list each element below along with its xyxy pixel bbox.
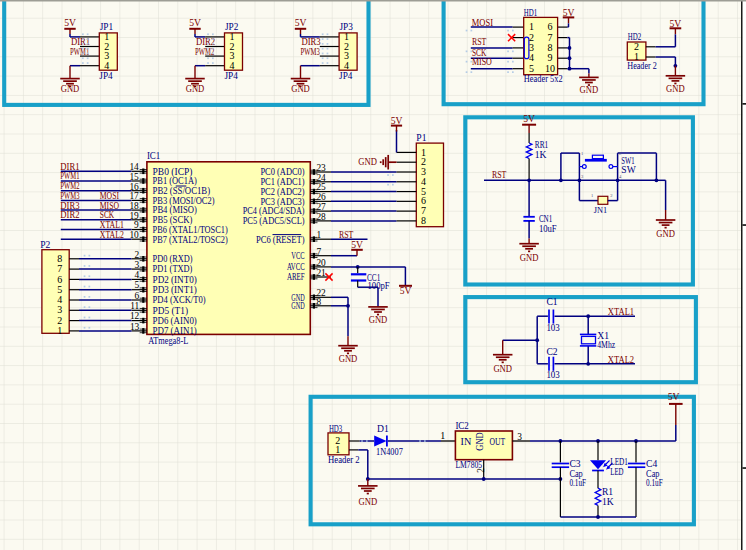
svg-text:MISO: MISO	[472, 56, 492, 67]
svg-text:6: 6	[135, 291, 140, 301]
svg-text:5V: 5V	[351, 239, 363, 250]
svg-text:27: 27	[316, 202, 326, 212]
svg-text:P2: P2	[40, 239, 50, 250]
svg-text:IN: IN	[461, 436, 472, 447]
svg-text:JP2: JP2	[225, 21, 239, 32]
svg-text:PB7 (XTAL2/TOSC2): PB7 (XTAL2/TOSC2)	[153, 234, 228, 246]
svg-text:C2: C2	[546, 346, 557, 357]
svg-text:GND: GND	[186, 83, 205, 94]
svg-text:24: 24	[316, 173, 326, 183]
svg-text:GND: GND	[291, 83, 310, 94]
svg-text:4: 4	[529, 52, 534, 63]
svg-text:2: 2	[476, 468, 486, 473]
svg-text:PD7 (AIN1): PD7 (AIN1)	[153, 325, 197, 337]
svg-text:5V: 5V	[189, 17, 201, 28]
svg-text:2: 2	[135, 250, 140, 260]
svg-text:JP4: JP4	[339, 70, 353, 81]
svg-text:DIR2: DIR2	[60, 209, 79, 220]
svg-text:5V: 5V	[563, 7, 575, 18]
svg-text:4Mhz: 4Mhz	[597, 339, 615, 350]
svg-text:1: 1	[316, 230, 321, 240]
svg-text:103: 103	[546, 369, 560, 380]
svg-text:11: 11	[130, 301, 139, 311]
svg-text:JP4: JP4	[99, 70, 113, 81]
svg-text:P1: P1	[416, 132, 426, 143]
svg-text:Header 5x2: Header 5x2	[524, 73, 563, 84]
svg-text:HD3: HD3	[329, 423, 343, 434]
svg-text:1: 1	[335, 444, 340, 455]
svg-text:ATmega8-L: ATmega8-L	[148, 335, 188, 346]
svg-text:4: 4	[135, 270, 140, 280]
svg-text:XTAL2: XTAL2	[608, 354, 634, 365]
svg-text:OUT: OUT	[490, 436, 506, 447]
svg-text:Header 2: Header 2	[627, 60, 657, 71]
svg-text:23: 23	[316, 163, 326, 173]
svg-text:5: 5	[135, 280, 140, 290]
svg-text:13: 13	[130, 322, 140, 332]
svg-text:10uF: 10uF	[539, 223, 557, 234]
svg-text:20: 20	[316, 258, 326, 268]
svg-text:25: 25	[316, 182, 326, 192]
svg-text:0.1uF: 0.1uF	[569, 477, 586, 488]
svg-text:1N4007: 1N4007	[376, 446, 403, 457]
svg-text:GND: GND	[359, 496, 378, 507]
svg-text:5V: 5V	[523, 113, 535, 124]
svg-text:8: 8	[316, 297, 321, 307]
svg-text:AREF: AREF	[287, 271, 305, 282]
svg-text:GND: GND	[61, 83, 80, 94]
svg-text:D1: D1	[377, 423, 389, 434]
svg-text:XTAL1: XTAL1	[608, 306, 634, 317]
svg-text:JP3: JP3	[340, 21, 354, 32]
svg-text:GND: GND	[666, 83, 685, 94]
svg-text:28: 28	[316, 212, 326, 222]
svg-text:103: 103	[546, 322, 560, 333]
svg-text:6: 6	[548, 21, 553, 32]
svg-text:GND: GND	[339, 353, 358, 364]
svg-text:1K: 1K	[602, 496, 614, 507]
svg-text:GND: GND	[369, 314, 388, 325]
svg-text:C1: C1	[546, 296, 557, 307]
svg-text:IC1: IC1	[147, 150, 161, 161]
svg-text:5V: 5V	[670, 18, 682, 29]
svg-text:RST: RST	[492, 169, 506, 180]
svg-text:GND: GND	[580, 84, 599, 95]
svg-text:5V: 5V	[668, 391, 680, 402]
svg-text:9: 9	[134, 220, 139, 230]
svg-text:PC6 (RESET): PC6 (RESET)	[256, 234, 305, 246]
svg-text:5V: 5V	[400, 285, 412, 296]
svg-text:GND: GND	[358, 156, 377, 167]
svg-text:21: 21	[316, 268, 326, 278]
svg-text:26: 26	[316, 192, 326, 202]
svg-text:0.1uF: 0.1uF	[646, 477, 663, 488]
svg-text:PC5 (ADC5/SCL): PC5 (ADC5/SCL)	[243, 215, 305, 227]
svg-text:PWM3: PWM3	[301, 46, 320, 57]
svg-text:XTAL2: XTAL2	[100, 229, 124, 240]
svg-text:12: 12	[130, 311, 140, 321]
svg-text:5V: 5V	[64, 17, 76, 28]
svg-text:PWM2: PWM2	[195, 46, 214, 57]
svg-text:GND: GND	[493, 363, 512, 374]
svg-text:1: 1	[440, 430, 445, 441]
svg-text:3: 3	[517, 432, 522, 442]
svg-text:VCC: VCC	[291, 250, 304, 261]
svg-text:GND: GND	[520, 252, 539, 263]
svg-text:JN1: JN1	[594, 205, 608, 215]
svg-text:7: 7	[316, 247, 321, 257]
svg-text:HD2: HD2	[628, 31, 642, 42]
svg-text:JP1: JP1	[100, 21, 114, 32]
svg-text:5V: 5V	[391, 115, 403, 126]
svg-text:Header 2: Header 2	[328, 454, 360, 465]
svg-text:JP4: JP4	[225, 70, 239, 81]
svg-text:1: 1	[57, 325, 62, 336]
svg-text:SW: SW	[621, 164, 636, 175]
svg-text:HD1: HD1	[524, 7, 538, 18]
svg-text:5V: 5V	[295, 17, 307, 28]
svg-text:LED: LED	[610, 466, 623, 477]
svg-text:8: 8	[421, 215, 426, 226]
svg-text:1: 1	[529, 21, 534, 32]
svg-text:GND: GND	[656, 228, 675, 239]
svg-text:PWM1: PWM1	[70, 46, 89, 57]
svg-text:GND: GND	[291, 300, 305, 311]
svg-text:3: 3	[135, 260, 140, 270]
svg-text:1K: 1K	[535, 149, 547, 160]
